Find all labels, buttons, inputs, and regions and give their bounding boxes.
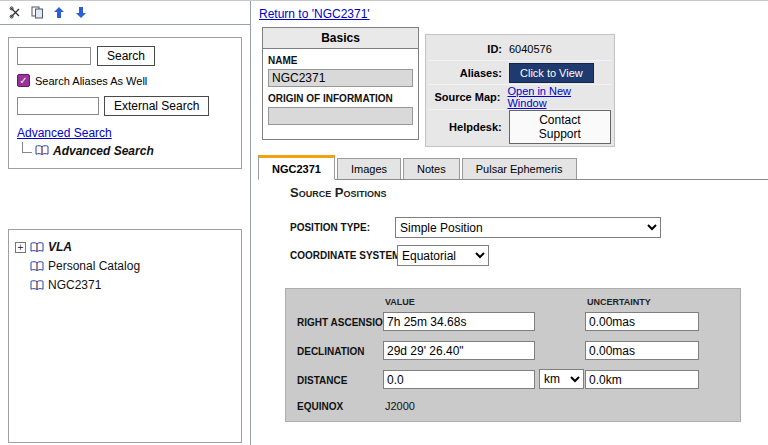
sidebar-toolbar xyxy=(0,1,250,24)
basics-header: Basics xyxy=(263,28,418,49)
toolbar-separator xyxy=(0,24,250,25)
origin-label: ORIGIN OF INFORMATION xyxy=(268,93,418,104)
tree-item-ngc2371[interactable]: NGC2371 xyxy=(48,278,101,292)
tab-bar: NGC2371 Images Notes Pulsar Ephemeris xyxy=(258,155,768,180)
tab-images[interactable]: Images xyxy=(337,158,401,179)
tab-pulsar-ephemeris[interactable]: Pulsar Ephemeris xyxy=(462,158,577,179)
copy-icon[interactable] xyxy=(30,6,44,20)
cut-icon[interactable] xyxy=(8,6,22,20)
tab-content: Source Positions POSITION TYPE: Simple P… xyxy=(251,181,768,445)
declination-uncertainty-input[interactable] xyxy=(585,341,699,360)
external-search-input[interactable] xyxy=(17,97,99,115)
origin-input[interactable] xyxy=(268,107,413,125)
contact-support-button[interactable]: Contact Support xyxy=(509,110,611,144)
book-icon xyxy=(30,242,44,253)
book-icon xyxy=(35,145,49,156)
basics-box: Basics NAME ORIGIN OF INFORMATION xyxy=(262,27,419,140)
declination-input[interactable] xyxy=(383,341,535,360)
source-map-link[interactable]: Open in New Window xyxy=(507,85,611,109)
distance-label: DISTANCE xyxy=(297,375,347,386)
helpdesk-label: Helpdesk: xyxy=(429,121,509,133)
coordinate-system-label: COORDINATE SYSTEM: xyxy=(290,250,404,261)
source-positions-heading: Source Positions xyxy=(290,185,386,200)
move-down-icon[interactable] xyxy=(74,6,88,20)
tree-item-personal-catalog[interactable]: Personal Catalog xyxy=(48,259,140,273)
search-panel: Search ✓ Search Aliases As Well External… xyxy=(8,37,242,169)
right-ascension-uncertainty-input[interactable] xyxy=(585,312,699,331)
source-map-label: Source Map: xyxy=(429,91,507,103)
position-type-label: POSITION TYPE: xyxy=(290,222,370,233)
aliases-label: Aliases: xyxy=(429,67,509,79)
advanced-search-tree-item[interactable]: Advanced Search xyxy=(53,144,154,158)
book-icon xyxy=(30,261,44,272)
equinox-label: EQUINOX xyxy=(297,401,343,412)
tree-connector xyxy=(22,142,32,153)
name-input[interactable] xyxy=(268,69,413,87)
info-row-source-map: Source Map: Open in New Window xyxy=(429,85,611,110)
book-icon xyxy=(30,280,44,291)
return-link[interactable]: Return to 'NGC2371' xyxy=(259,7,370,21)
advanced-search-link[interactable]: Advanced Search xyxy=(17,126,112,140)
search-input[interactable] xyxy=(17,47,91,65)
declination-label: DECLINATION xyxy=(297,346,365,357)
coordinate-system-select[interactable]: Equatorial xyxy=(397,245,489,266)
right-ascension-input[interactable] xyxy=(383,312,535,331)
info-table: ID: 6040576 Aliases: Click to View Sourc… xyxy=(425,34,615,147)
tab-notes[interactable]: Notes xyxy=(403,158,460,179)
application-window: Search ✓ Search Aliases As Well External… xyxy=(0,0,768,445)
move-up-icon[interactable] xyxy=(52,6,66,20)
id-value: 6040576 xyxy=(509,43,552,55)
distance-input[interactable] xyxy=(383,370,535,389)
search-aliases-checkbox[interactable]: ✓ xyxy=(17,74,30,87)
position-type-select[interactable]: Simple Position xyxy=(395,217,661,238)
id-label: ID: xyxy=(429,43,509,55)
tab-ngc2371[interactable]: NGC2371 xyxy=(258,155,335,180)
equinox-value: J2000 xyxy=(385,400,415,412)
info-row-helpdesk: Helpdesk: Contact Support xyxy=(429,110,611,144)
expand-icon[interactable]: + xyxy=(15,242,26,253)
distance-uncertainty-input[interactable] xyxy=(585,370,699,389)
search-button[interactable]: Search xyxy=(97,46,155,66)
search-aliases-label: Search Aliases As Well xyxy=(35,75,147,87)
right-ascension-label: RIGHT ASCENSION xyxy=(297,317,390,328)
aliases-view-button[interactable]: Click to View xyxy=(509,63,594,83)
tree-item-vla[interactable]: VLA xyxy=(48,240,72,254)
value-column-header: VALUE xyxy=(385,297,415,307)
uncertainty-column-header: UNCERTAINTY xyxy=(587,297,651,307)
distance-unit-select[interactable]: km xyxy=(539,369,584,389)
info-row-id: ID: 6040576 xyxy=(429,37,611,61)
position-values-table: VALUE UNCERTAINTY RIGHT ASCENSION DECLIN… xyxy=(285,288,741,422)
catalog-tree-panel: + VLA Personal Catalog NGC2371 xyxy=(8,229,242,443)
external-search-button[interactable]: External Search xyxy=(104,96,209,116)
info-row-aliases: Aliases: Click to View xyxy=(429,61,611,85)
name-label: NAME xyxy=(268,55,418,66)
